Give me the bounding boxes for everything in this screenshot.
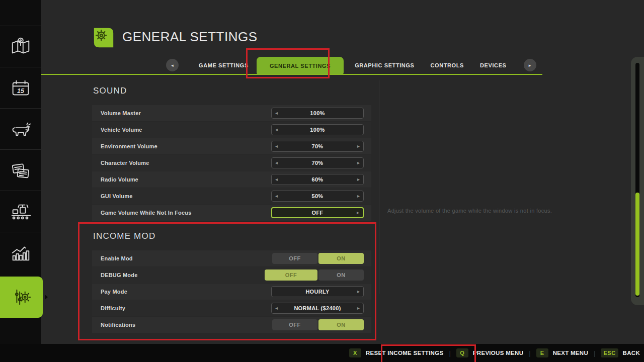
footer-button-next-menu[interactable]: ENEXT MENU [536,348,588,357]
setting-label: Environment Volume [92,143,157,149]
sidebar-item-production[interactable] [0,191,41,232]
tabs-list: GAME SETTINGSGENERAL SETTINGSGRAPHIC SET… [179,56,507,74]
selector-value: 60% [312,176,324,183]
decrease-arrow-icon[interactable]: ◂ [275,176,278,182]
option-selector-volume-master[interactable]: ◂100%▸ [271,108,364,119]
setting-label: DEBUG Mode [92,272,138,278]
tab-controls[interactable]: CONTROLS [431,62,464,68]
decrease-arrow-icon[interactable]: ◂ [275,193,278,199]
increase-arrow-icon[interactable]: ▸ [357,305,360,311]
option-selector-game-volume-while-not-in-focus[interactable]: ◂OFF▸ [271,207,364,218]
section-title-income-mod: INCOME MOD [93,231,371,242]
setting-row-radio-volume: Radio Volume◂60%▸ [92,171,371,188]
footer-button-reset-income-settings[interactable]: XRESET INCOME SETTINGS [349,348,444,357]
option-selector-environment-volume[interactable]: ◂70%▸ [271,141,364,152]
increase-arrow-icon[interactable]: ▸ [357,143,360,149]
setting-row-game-volume-while-not-in-focus: Game Volume While Not In Focus◂OFF▸ [92,205,371,221]
scrollbar-thumb[interactable] [635,193,639,296]
footer-button-back[interactable]: ESCBACK [601,348,640,357]
setting-row-gui-volume: GUI Volume◂50%▸ [92,188,371,204]
tab-devices[interactable]: DEVICES [480,62,507,68]
increase-arrow-icon[interactable]: ▸ [357,289,360,294]
footer-button-previous-menu[interactable]: QPREVIOUS MENU [456,348,523,357]
sidebar-item-contracts[interactable] [0,149,41,191]
footer-label: NEXT MENU [553,350,588,356]
key-badge-x: X [349,348,361,357]
map-icon [9,35,32,58]
tab-game-settings[interactable]: GAME SETTINGS [199,62,249,68]
selector-value: 50% [312,193,324,199]
footer-label: BACK [623,350,640,356]
decrease-arrow-icon[interactable]: ◂ [275,143,278,149]
decrease-arrow-icon[interactable]: ◂ [275,160,278,165]
tabs-prev-arrow-icon[interactable]: ◂ [166,59,179,71]
option-selector-gui-volume[interactable]: ◂50%▸ [271,191,364,202]
sidebar-item-calendar[interactable]: 15 [0,67,41,108]
toggle-debug-mode: OFFON [265,269,364,281]
setting-row-pay-mode: Pay Mode◂HOURLY▸ [92,284,371,300]
sidebar-item-statistics[interactable] [0,232,41,273]
toggle-on-button[interactable]: ON [318,253,364,264]
decrease-arrow-icon[interactable]: ◂ [275,127,278,132]
setting-row-volume-master: Volume Master◂100%▸ [92,105,371,121]
toggle-off-button[interactable]: OFF [272,253,317,264]
sidebar-item-settings[interactable] [0,277,43,318]
tab-graphic-settings[interactable]: GRAPHIC SETTINGS [355,62,414,68]
setting-row-environment-volume: Environment Volume◂70%▸ [92,138,371,154]
setting-description: Adjust the volume of the game while the … [387,208,604,214]
footer-separator: | [449,349,450,357]
general-settings-icon [92,26,115,49]
toggle-enable-mod: OFFON [272,253,364,264]
tabs-next-arrow-icon[interactable]: ▸ [524,59,536,71]
selector-value: NORMAL ($2400) [294,305,341,311]
sidebar-item-animals[interactable] [0,108,41,149]
key-badge-q: Q [456,348,468,357]
contracts-icon [9,159,32,182]
footer-bar: XRESET INCOME SETTINGS|QPREVIOUS MENU|EN… [0,344,644,362]
scrollbar-track[interactable] [635,63,639,297]
scrollbar[interactable] [631,57,644,305]
option-selector-vehicle-volume[interactable]: ◂100%▸ [271,124,364,135]
tabs-bar: ◂ GAME SETTINGSGENERAL SETTINGSGRAPHIC S… [41,56,542,75]
decrease-arrow-icon[interactable]: ◂ [275,305,278,311]
setting-label: Game Volume While Not In Focus [92,210,192,216]
setting-label: GUI Volume [92,193,133,199]
option-selector-difficulty[interactable]: ◂NORMAL ($2400)▸ [271,303,364,314]
option-selector-radio-volume[interactable]: ◂60%▸ [271,174,364,185]
footer-separator: | [594,349,595,357]
option-selector-character-volume[interactable]: ◂70%▸ [271,157,364,168]
tab-general-settings[interactable]: GENERAL SETTINGS [257,57,344,74]
selected-pointer-icon [45,295,48,300]
key-badge-esc: ESC [601,348,618,357]
increase-arrow-icon[interactable]: ▸ [357,176,360,182]
statistics-icon [9,241,32,264]
setting-label: Pay Mode [92,289,127,295]
setting-label: Volume Master [92,110,141,116]
selector-value: 100% [310,127,325,133]
panel-divider [379,80,379,294]
selector-value: 100% [310,110,325,116]
footer-separator: | [529,349,530,357]
increase-arrow-icon[interactable]: ▸ [357,193,360,199]
setting-label: Character Volume [92,160,149,166]
sidebar-item-map[interactable] [0,26,41,67]
setting-label: Radio Volume [92,176,138,183]
toggle-on-button[interactable]: ON [318,319,364,330]
footer-label: PREVIOUS MENU [473,350,523,356]
option-selector-pay-mode[interactable]: ◂HOURLY▸ [271,286,364,297]
decrease-arrow-icon[interactable]: ◂ [275,110,278,116]
selector-value: 70% [312,160,324,166]
sidebar: 15 [0,0,41,362]
toggle-on-button[interactable]: ON [318,269,364,281]
animals-icon [9,118,32,141]
setting-row-notifications: NotificationsOFFON [92,317,371,333]
toggle-off-button[interactable]: OFF [272,319,317,330]
toggle-off-button[interactable]: OFF [265,269,317,281]
setting-label: Vehicle Volume [92,127,142,133]
calendar-label: 15 [17,87,25,94]
increase-arrow-icon[interactable]: ▸ [357,210,359,215]
toggle-notifications: OFFON [272,319,364,330]
selector-value: OFF [312,210,324,216]
footer-label: RESET INCOME SETTINGS [366,350,444,356]
increase-arrow-icon[interactable]: ▸ [357,160,360,165]
